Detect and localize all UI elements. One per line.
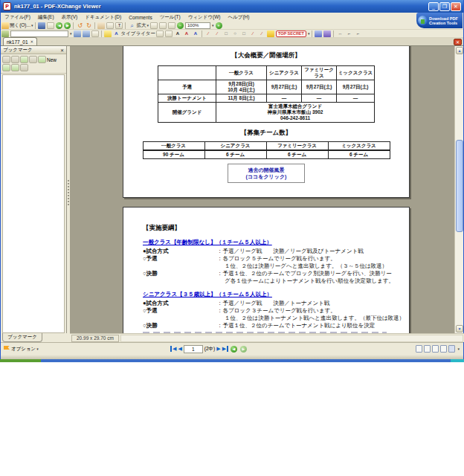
sound-attachment-icon[interactable] [323, 30, 331, 37]
underline-text-icon[interactable]: A [192, 30, 199, 37]
download-pdf-tools-badge[interactable]: Download PDF Creation Tools [416, 13, 463, 28]
bookmark-expand-icon[interactable] [2, 56, 10, 63]
select-text-icon[interactable]: T [115, 22, 123, 29]
bookmarks-close-icon[interactable]: ✕ [60, 48, 64, 53]
menu-view[interactable]: 表示(V) [58, 14, 82, 21]
continuous-view-icon[interactable] [424, 345, 431, 353]
options-button[interactable]: オプション [11, 346, 36, 353]
typewriter-button[interactable]: タイプライター [121, 30, 155, 37]
find-icon[interactable] [74, 30, 81, 37]
area-tool-icon[interactable]: ⌐ [354, 30, 361, 37]
page-number-input[interactable] [184, 345, 203, 353]
zoom-out-button[interactable]: − [177, 22, 184, 29]
bookmark-options-icon[interactable] [2, 64, 10, 71]
open-folder-icon[interactable] [1, 22, 9, 29]
title-bar[interactable]: P nk177_01 - PDF-XChange Viewer _ ❐ ✕ [1, 0, 463, 13]
zoom-dropdown-icon[interactable]: ▾ [146, 23, 149, 28]
minimize-button[interactable]: _ [428, 2, 439, 11]
save-icon[interactable] [38, 22, 45, 29]
close-document-button[interactable]: ✕ [454, 39, 462, 45]
perimeter-tool-icon[interactable]: ⌐ [345, 30, 352, 37]
restore-button[interactable]: ❐ [439, 2, 450, 11]
scrollbar-thumb[interactable] [456, 140, 463, 232]
menu-file[interactable]: ファイル(F) [1, 14, 34, 21]
menu-help[interactable]: ヘルプ(H) [224, 14, 253, 21]
snapshot-tool-icon[interactable] [106, 22, 114, 29]
tab-close-icon[interactable]: ✕ [30, 39, 34, 44]
rectangle-tool-icon[interactable]: □ [222, 30, 230, 37]
back-view-button[interactable]: ◀ [56, 22, 62, 29]
zoom-level-dropdown-icon[interactable]: ▾ [212, 23, 214, 28]
file-attachment-icon[interactable] [315, 30, 322, 37]
text-box-icon[interactable] [156, 30, 164, 37]
document-view[interactable]: 【大会概要／開催場所】 一般クラス シニアクラス ファミリークラス ミックスクラ… [70, 46, 456, 333]
fit-page-icon[interactable] [150, 22, 158, 29]
options-dropdown-icon[interactable]: ▾ [36, 347, 39, 351]
open-dropdown-icon[interactable]: ▾ [31, 23, 33, 28]
rotate-ccw-icon[interactable]: ↺ [76, 22, 83, 29]
zoom-level-box[interactable]: 100% [185, 22, 210, 29]
find-next-icon[interactable] [83, 30, 90, 37]
bookmarks-bottom-tab[interactable]: ブックマーク [2, 333, 42, 342]
bookmark-delete-icon[interactable] [11, 64, 19, 71]
bookmarks-list[interactable] [2, 74, 65, 333]
facing-view-icon[interactable] [432, 345, 439, 353]
open-button[interactable]: 開く(O)... [10, 22, 30, 29]
print-icon[interactable] [47, 22, 54, 29]
bookmark-collapse-icon[interactable] [11, 56, 19, 63]
line-tool-icon[interactable]: ∕ [213, 30, 221, 37]
bookmark-zoom-in-icon[interactable] [20, 56, 28, 63]
forward-view-button[interactable]: ▶ [64, 22, 71, 29]
stamp-button[interactable]: TOP SECRET [276, 30, 306, 37]
menu-comments[interactable]: Comments [125, 15, 155, 20]
zoom-in-button[interactable]: + [216, 22, 222, 29]
menu-tools[interactable]: ツール(T) [156, 14, 184, 21]
fit-width-icon[interactable] [159, 22, 167, 29]
fit-visible-icon[interactable] [168, 22, 175, 29]
close-button[interactable]: ✕ [451, 2, 461, 11]
zoom-tool-icon[interactable]: ⌕ [128, 22, 135, 29]
continuous-facing-view-icon[interactable] [440, 345, 447, 353]
print-icon[interactable] [448, 345, 455, 353]
hand-tool-icon[interactable] [97, 22, 105, 29]
oval-tool-icon[interactable]: ○ [231, 30, 239, 37]
distance-tool-icon[interactable]: ↔ [336, 30, 344, 37]
typewriter-a-icon[interactable]: A [113, 30, 120, 37]
last-page-button[interactable]: ▶ [222, 346, 228, 352]
zoom-tool-button[interactable]: 拡大 [136, 22, 146, 29]
pencil-tool-icon[interactable]: ∕ [204, 30, 212, 37]
rotate-cw-icon[interactable]: ↻ [85, 22, 92, 29]
search-input[interactable] [10, 30, 68, 37]
previous-page-button[interactable]: ◀ [178, 346, 181, 352]
document-tab[interactable]: nk177_01 ✕ [3, 37, 37, 45]
sticky-note-icon[interactable] [104, 30, 112, 37]
crossout-text-icon[interactable]: A [183, 30, 190, 37]
horizontal-scrollbar[interactable] [120, 335, 463, 342]
previous-view-button[interactable]: ◀ [231, 346, 237, 353]
scroll-up-icon[interactable]: ▲ [456, 47, 463, 54]
highlighter-icon[interactable] [267, 30, 274, 37]
cloud-tool-icon[interactable]: ∕ [258, 30, 265, 37]
bookmark-properties-icon[interactable] [20, 64, 28, 71]
scroll-down-icon[interactable]: ▼ [456, 325, 463, 332]
single-page-view-icon[interactable] [416, 345, 422, 353]
search-options-icon[interactable] [91, 30, 99, 37]
bookmark-new-icon[interactable] [38, 56, 46, 63]
first-page-button[interactable]: ◀ [170, 346, 176, 352]
past-event-link[interactable]: 過去の開催風景 (ココをクリック) [228, 164, 305, 183]
polygon-tool-icon[interactable]: □ [240, 30, 248, 37]
menu-window[interactable]: ウィンドウ(W) [184, 14, 225, 21]
view-dropdown-icon[interactable]: ▾ [457, 347, 460, 351]
vertical-scrollbar[interactable]: ▲ ▼ [454, 46, 463, 333]
menu-edit[interactable]: 編集(E) [34, 14, 58, 21]
stamp-dropdown-icon[interactable]: ▾ [308, 31, 310, 36]
next-page-button[interactable]: ▶ [216, 346, 220, 352]
bookmark-zoom-out-icon[interactable] [29, 56, 37, 63]
callout-icon[interactable] [165, 30, 173, 37]
menu-document[interactable]: ドキュメント(D) [81, 14, 125, 21]
arrow-tool-icon[interactable]: ∕ [249, 30, 257, 37]
stamp-pen-icon[interactable] [1, 30, 9, 37]
search-dropdown-icon[interactable]: ▾ [70, 31, 72, 36]
bookmark-new-button[interactable]: New [47, 57, 57, 62]
next-view-button[interactable]: ▶ [240, 346, 247, 353]
